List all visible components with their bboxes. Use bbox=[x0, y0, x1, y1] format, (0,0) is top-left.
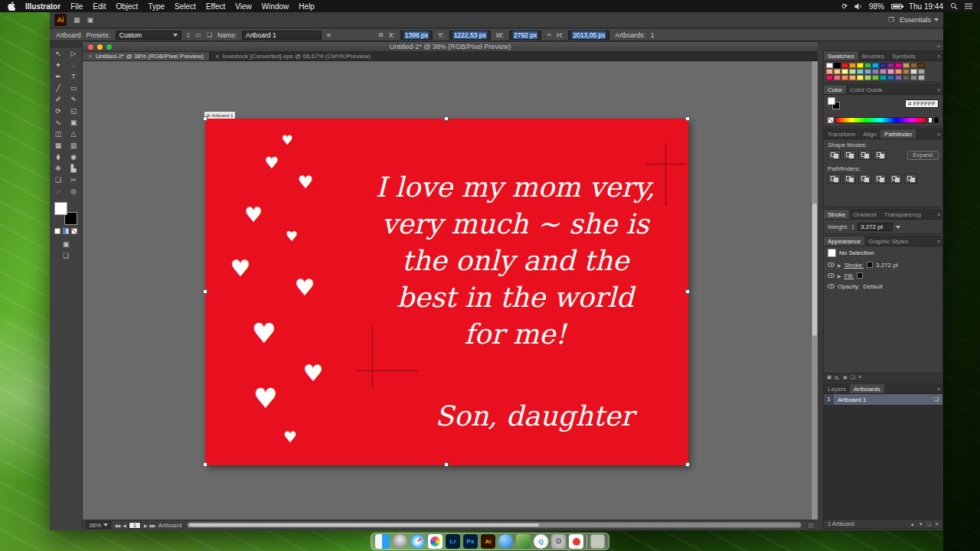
dock-launchpad-icon[interactable] bbox=[393, 534, 407, 549]
portrait-orientation-icon[interactable]: ▯ bbox=[187, 31, 190, 38]
tab-graphic-styles[interactable]: Graphic Styles bbox=[864, 236, 912, 246]
dock-quicktime-icon[interactable]: Q bbox=[534, 534, 548, 549]
presets-dropdown[interactable]: Custom bbox=[116, 31, 181, 40]
vertical-scrollbar-thumb[interactable] bbox=[812, 204, 817, 337]
next-artboard-button[interactable]: ▶ bbox=[144, 523, 147, 528]
tools-panel-header[interactable] bbox=[50, 42, 82, 47]
color-swatch[interactable] bbox=[826, 69, 833, 74]
rotate-tool[interactable]: ⟳ bbox=[51, 105, 66, 116]
selection-handle[interactable] bbox=[444, 462, 449, 467]
tab-swatches[interactable]: Swatches bbox=[824, 51, 858, 60]
first-artboard-button[interactable]: ◀◀ bbox=[114, 523, 119, 528]
fill-stroke-indicator[interactable] bbox=[54, 202, 77, 225]
color-button[interactable] bbox=[54, 228, 60, 234]
expand-row-icon[interactable]: ▶ bbox=[838, 273, 841, 279]
h-field[interactable]: 2013,05 px bbox=[568, 31, 609, 40]
color-swatch[interactable] bbox=[857, 63, 864, 68]
color-swatch[interactable] bbox=[880, 75, 887, 80]
canvas[interactable]: ⊞ Artboard 1 ♥ ♥ ♥ ♥ ♥ ♥ ♥ ♥ ♥ ♥ ♥ bbox=[83, 61, 811, 520]
panel-menu-icon[interactable]: ≡ bbox=[935, 129, 942, 139]
dock-safari-icon[interactable] bbox=[410, 534, 425, 549]
color-swatch[interactable] bbox=[849, 63, 856, 68]
vertical-scrollbar[interactable] bbox=[811, 61, 818, 520]
horizontal-scrollbar[interactable] bbox=[187, 522, 802, 528]
color-swatch[interactable] bbox=[841, 75, 848, 80]
workspace-grid-icon[interactable]: ❐ bbox=[888, 16, 894, 24]
type-tool[interactable]: T bbox=[66, 70, 81, 82]
trim-button[interactable] bbox=[843, 174, 856, 184]
new-artboard-icon[interactable]: ❏ bbox=[207, 31, 212, 38]
move-up-icon[interactable]: ▲ bbox=[910, 522, 915, 527]
column-graph-tool[interactable]: ▙ bbox=[66, 162, 81, 174]
dock-photoshop-icon[interactable]: Ps bbox=[463, 534, 478, 549]
symbol-sprayer-tool[interactable]: ❉ bbox=[51, 162, 66, 174]
menu-type[interactable]: Type bbox=[148, 2, 165, 11]
color-swatch[interactable] bbox=[834, 69, 841, 74]
color-swatch[interactable] bbox=[872, 75, 879, 80]
expand-button[interactable]: Expand bbox=[907, 151, 939, 160]
status-indicator-label[interactable]: Artboard bbox=[158, 522, 182, 529]
stroke-color-swatch[interactable] bbox=[867, 262, 873, 268]
panel-menu-icon[interactable]: ≡ bbox=[935, 51, 942, 60]
lasso-tool[interactable]: ◌ bbox=[66, 59, 81, 70]
outline-button[interactable] bbox=[889, 174, 902, 184]
selection-tool[interactable]: ↖ bbox=[51, 47, 66, 59]
opacity-value[interactable]: Default bbox=[863, 283, 882, 290]
zoom-level-dropdown[interactable]: 38% bbox=[86, 521, 111, 529]
tab-align[interactable]: Align bbox=[859, 129, 880, 139]
duplicate-item-icon[interactable]: ❏ bbox=[851, 374, 855, 380]
document-titlebar[interactable]: Untitled-2* @ 38% (RGB/Pixel Preview) bbox=[83, 42, 818, 52]
gradient-tool[interactable]: ▥ bbox=[66, 139, 81, 151]
intersect-button[interactable] bbox=[858, 150, 871, 160]
new-art-icon[interactable]: ▣ bbox=[827, 374, 831, 380]
color-swatch[interactable] bbox=[841, 63, 848, 68]
weight-field[interactable]: 3,272 pt bbox=[858, 223, 893, 231]
color-swatch[interactable] bbox=[841, 69, 848, 74]
fill-stroke-indicator[interactable] bbox=[828, 97, 840, 109]
menu-clock[interactable]: Thu 19:44 bbox=[909, 2, 943, 11]
color-swatch[interactable] bbox=[918, 69, 925, 74]
artboard-name-field[interactable]: Artboard 1 bbox=[242, 31, 322, 40]
w-field[interactable]: 2792 px bbox=[509, 31, 541, 40]
color-swatch[interactable] bbox=[895, 69, 902, 74]
none-swatch-icon[interactable] bbox=[828, 117, 834, 123]
selection-handle[interactable] bbox=[685, 289, 690, 294]
move-artwork-icon[interactable]: ⧈ bbox=[327, 31, 331, 39]
mesh-tool[interactable]: ▦ bbox=[51, 139, 66, 151]
dock-finder-icon[interactable] bbox=[375, 534, 390, 549]
screen-mode-button[interactable]: ❏ bbox=[63, 249, 69, 261]
color-swatch[interactable] bbox=[895, 63, 902, 68]
visibility-eye-icon[interactable] bbox=[828, 262, 835, 267]
selection-handle[interactable] bbox=[203, 462, 207, 467]
stroke-row-label[interactable]: Stroke: bbox=[844, 262, 864, 269]
magic-wand-tool[interactable]: ✦ bbox=[51, 59, 66, 70]
black-swatch[interactable] bbox=[934, 117, 939, 123]
pen-tool[interactable]: ✒ bbox=[51, 70, 66, 82]
zoom-window-button[interactable] bbox=[106, 44, 112, 50]
pencil-tool[interactable]: ✎ bbox=[66, 93, 81, 105]
color-swatch[interactable] bbox=[849, 75, 856, 80]
notification-center-icon[interactable] bbox=[965, 3, 972, 9]
menu-help[interactable]: Help bbox=[299, 2, 315, 11]
color-swatch[interactable] bbox=[826, 75, 833, 80]
line-segment-tool[interactable]: ╱ bbox=[51, 82, 66, 93]
panel-menu-icon[interactable]: ≡ bbox=[935, 210, 942, 219]
tab-pathfinder[interactable]: Pathfinder bbox=[880, 129, 916, 139]
dock-app-store-icon[interactable] bbox=[498, 534, 513, 549]
minus-front-button[interactable] bbox=[843, 150, 856, 160]
sync-icon[interactable]: ⟳ bbox=[841, 2, 848, 10]
expand-row-icon[interactable]: ▶ bbox=[838, 262, 841, 268]
hex-color-field[interactable]: # FFFFFF bbox=[905, 99, 939, 108]
chevron-down-icon[interactable] bbox=[896, 226, 900, 229]
fill-row-label[interactable]: Fill: bbox=[844, 272, 854, 279]
blend-tool[interactable]: ◉ bbox=[66, 151, 81, 162]
divide-button[interactable] bbox=[828, 174, 841, 184]
workspace-switcher[interactable]: Essentials bbox=[900, 16, 939, 24]
tab-transparency[interactable]: Transparency bbox=[880, 210, 926, 219]
color-swatch[interactable] bbox=[895, 75, 902, 80]
color-swatch[interactable] bbox=[903, 63, 910, 68]
color-swatch[interactable] bbox=[872, 69, 879, 74]
menu-object[interactable]: Object bbox=[116, 2, 138, 11]
crop-button[interactable] bbox=[874, 174, 887, 184]
color-swatch[interactable] bbox=[918, 75, 925, 80]
